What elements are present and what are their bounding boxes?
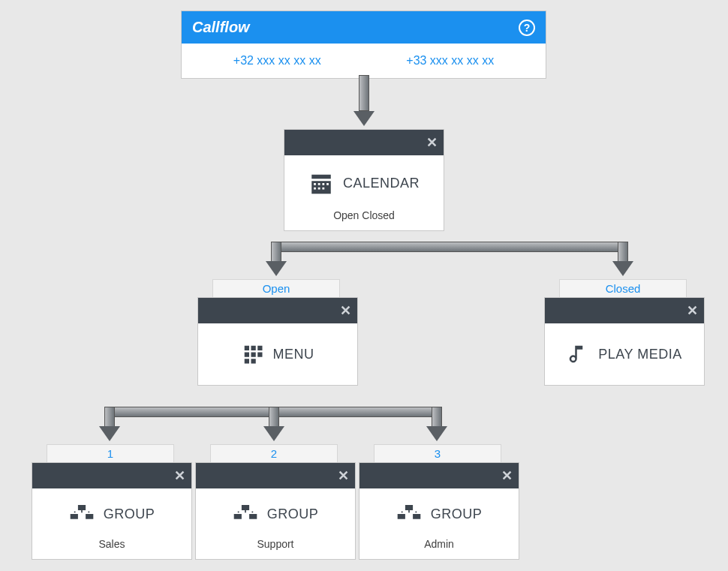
group-icon bbox=[233, 503, 258, 524]
arrowhead-icon bbox=[426, 426, 447, 441]
node-body: PLAY MEDIA bbox=[545, 323, 704, 385]
menu-node[interactable]: ✕ MENU bbox=[197, 297, 358, 386]
node-header: ✕ bbox=[284, 130, 444, 155]
node-subtitle: Open Closed bbox=[284, 205, 444, 230]
branch-tab-1[interactable]: 1 bbox=[47, 444, 174, 463]
calendar-node[interactable]: ✕ CALENDAR Open Closed bbox=[284, 129, 444, 231]
playmedia-node[interactable]: ✕ PLAY MEDIA bbox=[544, 297, 705, 386]
callflow-root-card: Callflow ? +32 xxx xx xx xx +33 xxx xx x… bbox=[181, 11, 546, 79]
close-icon[interactable]: ✕ bbox=[501, 467, 513, 484]
group-icon bbox=[69, 503, 95, 524]
connector bbox=[432, 407, 442, 428]
node-subtitle: Support bbox=[196, 533, 355, 559]
music-note-icon bbox=[567, 343, 589, 365]
group-icon bbox=[396, 503, 422, 524]
close-icon[interactable]: ✕ bbox=[426, 134, 438, 151]
arrowhead-icon bbox=[612, 261, 633, 276]
group-node[interactable]: ✕ GROUP Support bbox=[195, 462, 356, 560]
branch-tab-2[interactable]: 2 bbox=[210, 444, 338, 463]
connector bbox=[104, 407, 115, 428]
help-icon[interactable]: ? bbox=[519, 20, 535, 36]
node-body: CALENDAR bbox=[284, 155, 444, 205]
phone-number[interactable]: +32 xxx xx xx xx bbox=[233, 54, 321, 68]
connector bbox=[271, 242, 628, 252]
calendar-icon bbox=[308, 170, 334, 196]
node-header: ✕ bbox=[545, 298, 704, 323]
node-label: GROUP bbox=[431, 506, 483, 522]
connector bbox=[269, 407, 279, 428]
node-subtitle: Sales bbox=[32, 533, 191, 559]
connector bbox=[618, 242, 628, 263]
node-label: PLAY MEDIA bbox=[598, 347, 681, 362]
branch-tab-open[interactable]: Open bbox=[212, 279, 340, 298]
close-icon[interactable]: ✕ bbox=[687, 302, 698, 319]
branch-tab-3[interactable]: 3 bbox=[374, 444, 501, 463]
phone-number[interactable]: +33 xxx xx xx xx bbox=[406, 54, 494, 68]
node-header: ✕ bbox=[359, 463, 519, 488]
node-body: GROUP bbox=[359, 488, 519, 533]
node-body: GROUP bbox=[32, 488, 191, 533]
callflow-title: Callflow bbox=[192, 19, 250, 36]
close-icon[interactable]: ✕ bbox=[338, 467, 349, 484]
node-body: MENU bbox=[198, 323, 357, 385]
close-icon[interactable]: ✕ bbox=[340, 302, 351, 319]
connector bbox=[359, 75, 369, 111]
connector bbox=[271, 242, 281, 263]
callflow-numbers: +32 xxx xx xx xx +33 xxx xx xx xx bbox=[182, 44, 546, 78]
node-header: ✕ bbox=[32, 463, 191, 488]
node-body: GROUP bbox=[196, 488, 355, 533]
arrowhead-icon bbox=[353, 111, 375, 126]
arrowhead-icon bbox=[263, 426, 284, 441]
node-label: MENU bbox=[273, 347, 314, 362]
arrowhead-icon bbox=[99, 426, 120, 441]
node-header: ✕ bbox=[196, 463, 355, 488]
callflow-titlebar: Callflow ? bbox=[182, 11, 546, 44]
node-label: GROUP bbox=[267, 506, 319, 522]
group-node[interactable]: ✕ GROUP Sales bbox=[32, 462, 192, 560]
group-node[interactable]: ✕ GROUP Admin bbox=[359, 462, 519, 560]
node-label: GROUP bbox=[104, 506, 155, 522]
arrowhead-icon bbox=[266, 261, 287, 276]
node-label: CALENDAR bbox=[343, 176, 420, 191]
node-subtitle: Admin bbox=[359, 533, 519, 559]
node-header: ✕ bbox=[198, 298, 357, 323]
menu-grid-icon bbox=[242, 343, 264, 365]
branch-tab-closed[interactable]: Closed bbox=[559, 279, 687, 298]
close-icon[interactable]: ✕ bbox=[174, 467, 185, 484]
